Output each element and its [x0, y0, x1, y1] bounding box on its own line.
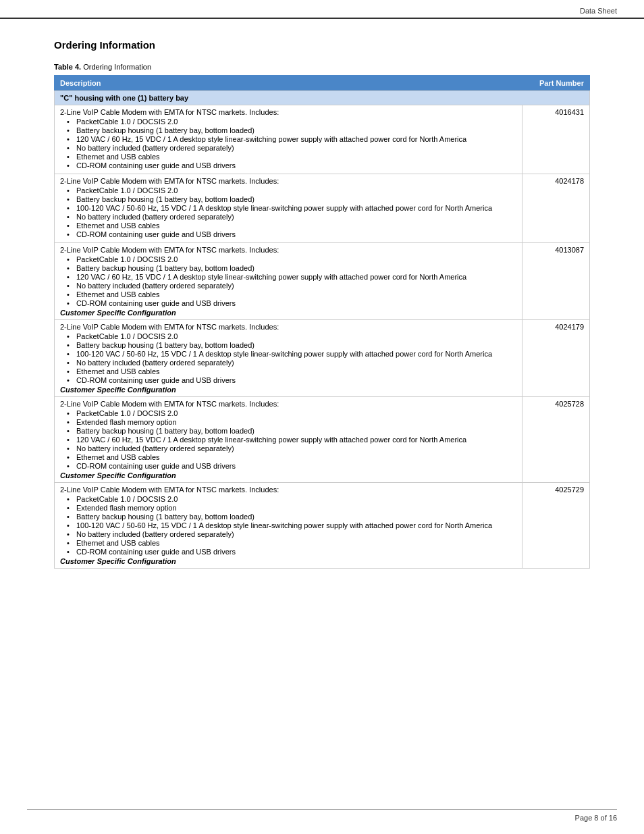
table-row: 2-Line VoIP Cable Modem with EMTA for NT… — [55, 397, 590, 483]
list-item: CD-ROM containing user guide and USB dri… — [67, 230, 516, 238]
config-label: Customer Specific Configuration — [60, 557, 516, 565]
description-cell: 2-Line VoIP Cable Modem with EMTA for NT… — [55, 105, 522, 174]
list-item: Battery backup housing (1 battery bay, b… — [67, 513, 516, 521]
config-label: Customer Specific Configuration — [60, 471, 516, 479]
list-item: PacketCable 1.0 / DOCSIS 2.0 — [67, 495, 516, 503]
part-number-cell: 4024179 — [522, 320, 590, 397]
list-item: 100-120 VAC / 50-60 Hz, 15 VDC / 1 A des… — [67, 521, 516, 529]
row-main-text: 2-Line VoIP Cable Modem with EMTA for NT… — [60, 400, 516, 408]
list-item: No battery included (battery ordered sep… — [67, 213, 516, 221]
list-item: Extended flash memory option — [67, 418, 516, 426]
main-content: Ordering Information Table 4. Ordering I… — [0, 19, 644, 596]
list-item: PacketCable 1.0 / DOCSIS 2.0 — [67, 186, 516, 194]
list-item: Ethernet and USB cables — [67, 221, 516, 230]
list-item: No battery included (battery ordered sep… — [67, 282, 516, 290]
config-label: Customer Specific Configuration — [60, 386, 516, 394]
table-row: 2-Line VoIP Cable Modem with EMTA for NT… — [55, 174, 590, 243]
row-main-text: 2-Line VoIP Cable Modem with EMTA for NT… — [60, 108, 516, 116]
part-number-cell: 4013087 — [522, 243, 590, 320]
list-item: 100-120 VAC / 50-60 Hz, 15 VDC / 1 A des… — [67, 204, 516, 212]
description-cell: 2-Line VoIP Cable Modem with EMTA for NT… — [55, 320, 522, 397]
description-header: Description — [55, 76, 522, 91]
list-item: No battery included (battery ordered sep… — [67, 530, 516, 538]
list-item: Ethernet and USB cables — [67, 367, 516, 375]
section-title: Ordering Information — [54, 39, 590, 51]
list-item: PacketCable 1.0 / DOCSIS 2.0 — [67, 118, 516, 126]
row-main-text: 2-Line VoIP Cable Modem with EMTA for NT… — [60, 246, 516, 254]
list-item: 120 VAC / 60 Hz, 15 VDC / 1 A desktop st… — [67, 436, 516, 444]
part-number-cell: 4025728 — [522, 397, 590, 483]
table-row: 2-Line VoIP Cable Modem with EMTA for NT… — [55, 105, 590, 174]
ordering-table: Description Part Number "C" housing with… — [54, 75, 590, 569]
description-cell: 2-Line VoIP Cable Modem with EMTA for NT… — [55, 397, 522, 483]
list-item: CD-ROM containing user guide and USB dri… — [67, 299, 516, 307]
page-footer: Page 8 of 16 — [575, 814, 617, 822]
list-item: No battery included (battery ordered sep… — [67, 359, 516, 367]
list-item: Battery backup housing (1 battery bay, b… — [67, 126, 516, 134]
list-item: Ethernet and USB cables — [67, 539, 516, 547]
list-item: Battery backup housing (1 battery bay, b… — [67, 195, 516, 203]
description-cell: 2-Line VoIP Cable Modem with EMTA for NT… — [55, 174, 522, 243]
part-number-cell: 4024178 — [522, 174, 590, 243]
table-header-row: Description Part Number — [55, 76, 590, 91]
list-item: CD-ROM containing user guide and USB dri… — [67, 462, 516, 470]
list-item: PacketCable 1.0 / DOCSIS 2.0 — [67, 409, 516, 417]
list-item: PacketCable 1.0 / DOCSIS 2.0 — [67, 255, 516, 263]
list-item: Battery backup housing (1 battery bay, b… — [67, 341, 516, 349]
table-caption-value: Ordering Information — [83, 63, 151, 71]
list-item: 100-120 VAC / 50-60 Hz, 15 VDC / 1 A des… — [67, 350, 516, 358]
list-item: 120 VAC / 60 Hz, 15 VDC / 1 A desktop st… — [67, 135, 516, 143]
table-label: Table 4. — [54, 63, 81, 71]
list-item: No battery included (battery ordered sep… — [67, 444, 516, 452]
table-row: 2-Line VoIP Cable Modem with EMTA for NT… — [55, 243, 590, 320]
list-item: 120 VAC / 60 Hz, 15 VDC / 1 A desktop st… — [67, 273, 516, 281]
list-item: Ethernet and USB cables — [67, 290, 516, 298]
list-item: PacketCable 1.0 / DOCSIS 2.0 — [67, 332, 516, 340]
part-number-header: Part Number — [522, 76, 590, 91]
part-number-cell: 4016431 — [522, 105, 590, 174]
part-number-cell: 4025729 — [522, 483, 590, 569]
config-label: Customer Specific Configuration — [60, 309, 516, 317]
row-main-text: 2-Line VoIP Cable Modem with EMTA for NT… — [60, 177, 516, 185]
table-row: 2-Line VoIP Cable Modem with EMTA for NT… — [55, 483, 590, 569]
table-caption-line: Table 4. Ordering Information — [54, 63, 590, 71]
table-row: 2-Line VoIP Cable Modem with EMTA for NT… — [55, 320, 590, 397]
list-item: Battery backup housing (1 battery bay, b… — [67, 427, 516, 435]
subheader-row: "C" housing with one (1) battery bay — [55, 91, 590, 105]
row-main-text: 2-Line VoIP Cable Modem with EMTA for NT… — [60, 323, 516, 331]
list-item: Battery backup housing (1 battery bay, b… — [67, 264, 516, 272]
list-item: No battery included (battery ordered sep… — [67, 144, 516, 152]
description-cell: 2-Line VoIP Cable Modem with EMTA for NT… — [55, 243, 522, 320]
page-header: Data Sheet — [0, 0, 644, 19]
row-main-text: 2-Line VoIP Cable Modem with EMTA for NT… — [60, 486, 516, 494]
list-item: CD-ROM containing user guide and USB dri… — [67, 548, 516, 556]
footer-divider — [27, 809, 617, 810]
list-item: Ethernet and USB cables — [67, 453, 516, 461]
description-cell: 2-Line VoIP Cable Modem with EMTA for NT… — [55, 483, 522, 569]
list-item: Ethernet and USB cables — [67, 153, 516, 161]
list-item: CD-ROM containing user guide and USB dri… — [67, 161, 516, 170]
subheader-cell: "C" housing with one (1) battery bay — [55, 91, 590, 105]
list-item: Extended flash memory option — [67, 504, 516, 512]
header-text: Data Sheet — [580, 7, 617, 15]
list-item: CD-ROM containing user guide and USB dri… — [67, 376, 516, 384]
